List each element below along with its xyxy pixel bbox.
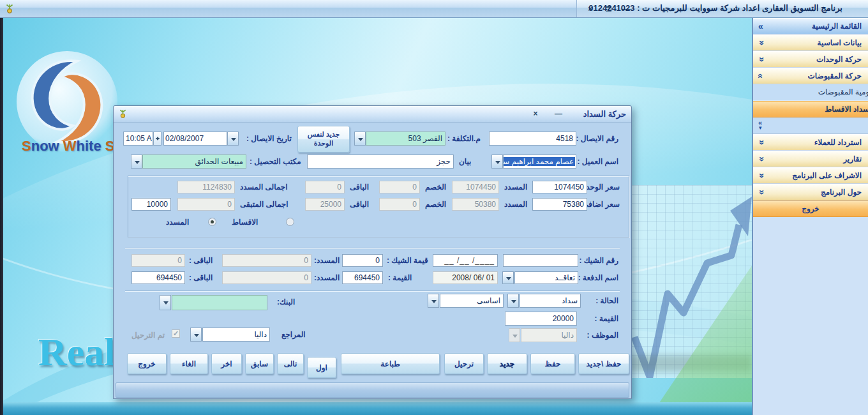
receipt-time-input[interactable]: 10:05 A xyxy=(123,132,153,146)
installment-remaining-input[interactable]: 694450 xyxy=(131,271,185,284)
chevron-icon: « xyxy=(756,140,766,145)
application-window: Snow White Soft Real × — برنامج التسويق … xyxy=(0,0,868,415)
sidebar-item[interactable]: سداد الاقساط xyxy=(753,101,868,117)
remaining-label: الباقى xyxy=(350,200,369,209)
check-remaining-field: 0 xyxy=(131,254,185,267)
bank-label: البنك: xyxy=(277,298,295,306)
installment-name-combo[interactable]: تعاقــد xyxy=(514,271,578,284)
dialog-title: حركة السداد xyxy=(583,109,626,119)
collection-office-label: مكتب التحصيل : xyxy=(250,157,301,166)
sidebar-item-label: استرداد للعملاء xyxy=(814,138,862,147)
last-button[interactable]: اخر xyxy=(211,353,242,374)
statement-input[interactable]: حجز xyxy=(307,155,454,169)
new-button[interactable]: جديد xyxy=(487,353,527,374)
sidebar-item[interactable]: « استرداد للعملاء xyxy=(753,134,868,151)
chevron-icon: « xyxy=(756,156,766,162)
post-button[interactable]: ترحيل xyxy=(444,353,484,374)
extra-discount-field: 0 xyxy=(379,198,420,211)
installment-date-field: 2008/ 06/ 01 xyxy=(433,271,498,284)
installments-radio[interactable] xyxy=(286,218,294,226)
chevron-icon: « xyxy=(756,40,766,45)
discount-label: الخصم xyxy=(425,200,446,209)
sidebar-item[interactable]: يومية المقبوضات xyxy=(753,84,868,101)
new-same-unit-button[interactable]: جديد لنفس الوحدة xyxy=(297,126,350,153)
paid-label: المسدد xyxy=(504,200,527,209)
paid-radio[interactable] xyxy=(208,218,216,226)
save-button[interactable]: حفظ xyxy=(530,353,575,374)
check-value-input[interactable]: 0 xyxy=(342,254,383,267)
sidebar-item[interactable]: « بيانات اساسية xyxy=(753,34,868,51)
extra-price-input[interactable]: 75380 xyxy=(532,198,587,211)
employee-dropdown-icon xyxy=(509,328,520,342)
snow-white-soft-logo xyxy=(17,51,117,152)
minimize-icon[interactable]: — xyxy=(552,109,565,119)
total-remaining-field: 0 xyxy=(177,198,235,211)
sidebar-item[interactable]: « xyxy=(753,117,868,134)
customer-combo[interactable]: عصام محمد ابراهيم سليمان xyxy=(503,155,576,169)
unit-price-input[interactable]: 1074450 xyxy=(532,181,587,193)
sidebar-item[interactable]: « حول البرنامج xyxy=(753,184,868,200)
save-new-button[interactable]: حفظ \جديد xyxy=(578,353,629,374)
installment-name-dropdown-icon[interactable] xyxy=(502,271,514,284)
sidebar-item[interactable]: خروج xyxy=(753,200,868,217)
next-button[interactable]: تالى xyxy=(277,353,304,374)
collection-office-dropdown-icon[interactable] xyxy=(131,155,142,169)
cancel-button[interactable]: الغاء xyxy=(170,353,208,374)
check-no-input[interactable] xyxy=(503,254,578,267)
bank-dropdown-icon[interactable] xyxy=(160,295,171,310)
status-type-combo[interactable]: اساسى xyxy=(440,294,504,308)
installment-value-label: القيمة : xyxy=(388,273,412,282)
close-icon[interactable]: × xyxy=(529,109,542,119)
print-button[interactable]: طباعة xyxy=(341,353,440,374)
sidebar-item[interactable]: « حركة الوحدات xyxy=(753,51,868,68)
receipt-no-input[interactable]: 4518 xyxy=(489,132,576,146)
chevron-icon: « xyxy=(756,57,766,62)
customer-label: اسم العميل : xyxy=(578,157,618,166)
status-dropdown-icon[interactable] xyxy=(507,294,519,308)
posted-checkbox: ✓ xyxy=(172,329,180,338)
side-amount-input[interactable]: 10000 xyxy=(131,198,171,211)
previous-button[interactable]: سابق xyxy=(245,353,274,374)
sidebar-item-label: تقارير xyxy=(843,155,862,163)
status-type-dropdown-icon[interactable] xyxy=(428,294,439,308)
window-frame-edge xyxy=(0,0,3,415)
reviewer-dropdown-icon[interactable] xyxy=(190,328,202,342)
bottom-strip xyxy=(0,402,752,415)
sidebar-item-label: حركة المقبوضات xyxy=(808,72,862,80)
receipt-date-combo[interactable]: 02/08/2007 xyxy=(163,132,227,146)
check-paid-field: 0 xyxy=(222,254,311,267)
unit-paid-field: 1074450 xyxy=(452,181,499,193)
customer-dropdown-icon[interactable] xyxy=(491,155,503,169)
reviewer-combo[interactable]: داليا xyxy=(202,328,270,342)
extra-paid-field: 50380 xyxy=(452,198,499,211)
check-paid-label: المسدد: xyxy=(314,256,340,265)
check-value-label: قيمة الشيك : xyxy=(387,256,428,265)
sidebar-item-label: يومية المقبوضات xyxy=(818,87,868,96)
exit-button[interactable]: خروج xyxy=(127,353,167,374)
customer-selected-text: عصام محمد ابراهيم سليمان xyxy=(503,157,575,166)
status-combo[interactable]: سداد xyxy=(520,294,581,308)
sidebar-item[interactable]: « الاشراف على البرنامج xyxy=(753,167,868,184)
collection-office-combo[interactable]: مبيعات الحدائق xyxy=(142,155,246,169)
unit-discount-field: 0 xyxy=(379,181,420,193)
receipt-date-dropdown-icon[interactable] xyxy=(227,132,239,146)
cost-center-combo[interactable]: 503 القصر xyxy=(366,132,445,146)
sidebar-item[interactable]: « حركة المقبوضات xyxy=(753,68,868,84)
bank-combo[interactable] xyxy=(172,295,267,310)
amount-label: القيمة : xyxy=(595,314,618,323)
check-date-input[interactable]: __ /__ /____ xyxy=(433,254,498,267)
chevron-icon: « xyxy=(756,73,766,79)
sidebar-item[interactable]: « تقارير xyxy=(753,151,868,167)
installment-value-input[interactable]: 694450 xyxy=(342,271,383,284)
sidebar-item[interactable]: « القائمة الرئيسية xyxy=(753,18,868,34)
employee-label: الموظف : xyxy=(587,331,618,340)
check-remaining-label: الباقى : xyxy=(189,256,213,265)
sidebar-item-label: الاشراف على البرنامج xyxy=(792,171,862,180)
first-button[interactable]: اول xyxy=(307,357,336,378)
dialog-icon xyxy=(118,109,128,119)
amount-input[interactable]: 20000 xyxy=(505,312,577,326)
chevron-icon: « xyxy=(756,190,766,195)
cost-center-dropdown-icon[interactable] xyxy=(354,132,366,146)
time-spinner[interactable] xyxy=(153,132,161,146)
watermark-text: Real xyxy=(38,329,116,375)
